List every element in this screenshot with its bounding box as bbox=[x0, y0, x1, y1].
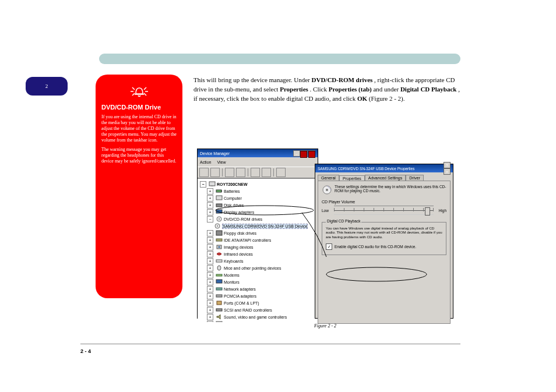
help-button[interactable]: ? bbox=[444, 162, 451, 168]
step-badge: 2 bbox=[26, 77, 68, 96]
expand-icon[interactable]: + bbox=[207, 237, 213, 243]
cd-icon bbox=[322, 185, 332, 195]
tab-general[interactable]: General bbox=[318, 175, 339, 181]
body-t4: and under bbox=[373, 86, 400, 93]
svg-point-10 bbox=[217, 225, 218, 227]
expand-icon[interactable]: + bbox=[207, 230, 213, 236]
view-icon[interactable] bbox=[225, 168, 234, 177]
svg-rect-5 bbox=[216, 204, 222, 207]
expand-icon[interactable]: + bbox=[207, 209, 213, 216]
device-tree[interactable]: −ROYT200CNEW +Batteries +Computer +Disk … bbox=[198, 178, 318, 322]
properties-icon[interactable] bbox=[236, 168, 245, 177]
tree-node[interactable]: Sound, video and game controllers bbox=[224, 315, 287, 319]
scan-icon[interactable] bbox=[276, 168, 286, 177]
warning-para2: The warning message you may get regardin… bbox=[101, 147, 177, 164]
tree-node[interactable]: Ports (COM & LPT) bbox=[224, 301, 259, 305]
warning-para1: If you are using the internal CD drive i… bbox=[101, 114, 177, 143]
computer-icon bbox=[216, 195, 223, 201]
expand-icon[interactable]: + bbox=[207, 307, 213, 313]
tree-node[interactable]: Modems bbox=[224, 273, 240, 277]
tree-node[interactable]: PCMCIA adapters bbox=[224, 294, 256, 298]
expand-icon[interactable]: + bbox=[207, 202, 213, 209]
tree-node[interactable]: Imaging devices bbox=[224, 245, 254, 249]
svg-rect-6 bbox=[216, 210, 222, 213]
expand-icon[interactable]: + bbox=[207, 272, 213, 278]
properties-window: SAMSUNG CDRW/DVD SN-324F USB Device Prop… bbox=[315, 164, 453, 319]
tab-body: These settings determine the way in whic… bbox=[318, 181, 451, 324]
tree-node[interactable]: SCSI and RAID controllers bbox=[224, 308, 272, 312]
enable-digital-checkbox-row[interactable]: ✓ Enable digital CD audio for this CD-RO… bbox=[326, 243, 442, 250]
expand-icon[interactable]: + bbox=[207, 314, 213, 320]
description-text: These settings determine the way in whic… bbox=[335, 185, 446, 193]
remove-icon[interactable] bbox=[262, 168, 271, 177]
menu-view[interactable]: View bbox=[217, 160, 226, 164]
expand-icon[interactable]: + bbox=[207, 321, 213, 323]
body-b1: DVD/CD-ROM drives bbox=[312, 76, 373, 83]
tray-icons bbox=[300, 151, 315, 158]
toolbar-sep bbox=[248, 168, 248, 176]
body-t3: . Click bbox=[310, 86, 329, 93]
expand-icon[interactable]: + bbox=[207, 244, 213, 250]
figure-caption: Figure 2 - 2 bbox=[197, 323, 453, 329]
forward-icon[interactable] bbox=[210, 168, 220, 177]
computer-icon bbox=[209, 181, 216, 187]
disk-icon bbox=[216, 202, 223, 208]
expand-icon[interactable]: + bbox=[207, 300, 213, 306]
toolbar-sep bbox=[273, 168, 274, 176]
svg-rect-23 bbox=[216, 322, 222, 322]
tab-strip: General Properties Advanced Settings Dri… bbox=[318, 175, 451, 181]
tree-node[interactable]: IDE ATA/ATAPI controllers bbox=[224, 238, 271, 242]
tree-root[interactable]: ROYT200CNEW bbox=[217, 182, 248, 186]
close-button[interactable]: × bbox=[444, 168, 451, 175]
minimize-button[interactable]: _ bbox=[293, 150, 300, 157]
svg-point-25 bbox=[326, 189, 328, 191]
tab-advanced[interactable]: Advanced Settings bbox=[365, 175, 406, 181]
tree-node[interactable]: System devices bbox=[224, 322, 252, 323]
window-title: SAMSUNG CDRW/DVD SN-324F USB Device Prop… bbox=[318, 167, 414, 171]
expand-icon[interactable]: + bbox=[207, 195, 213, 202]
tree-node[interactable]: Batteries bbox=[224, 189, 240, 193]
tree-node[interactable]: Infrared devices bbox=[224, 252, 253, 256]
svg-rect-19 bbox=[216, 288, 222, 290]
sound-icon bbox=[216, 314, 223, 320]
svg-rect-21 bbox=[217, 301, 221, 305]
tree-node[interactable]: Mice and other pointing devices bbox=[224, 266, 281, 270]
tree-node[interactable]: Monitors bbox=[224, 280, 240, 284]
expand-icon[interactable]: + bbox=[207, 279, 213, 285]
menu-action[interactable]: Action bbox=[200, 160, 211, 164]
expand-icon[interactable]: + bbox=[207, 265, 213, 271]
footer-rule bbox=[80, 344, 460, 344]
svg-rect-17 bbox=[216, 274, 222, 276]
tree-node[interactable]: Computer bbox=[224, 196, 242, 200]
svg-rect-1 bbox=[211, 186, 213, 186]
expand-icon[interactable]: + bbox=[207, 286, 213, 292]
collapse-icon[interactable]: − bbox=[207, 216, 213, 223]
menu-bar[interactable]: Action View bbox=[198, 157, 318, 167]
pcmcia-icon bbox=[216, 293, 223, 299]
system-icon bbox=[216, 321, 223, 322]
slider-thumb[interactable] bbox=[425, 207, 430, 216]
tree-node-selected[interactable]: SAMSUNG CDRW/DVD SN-324F USB Device bbox=[222, 224, 308, 229]
expand-icon[interactable]: + bbox=[207, 251, 213, 257]
digital-playback-group: Digital CD Playback You can have Windows… bbox=[322, 222, 446, 255]
collapse-icon[interactable]: − bbox=[200, 181, 206, 188]
expand-icon[interactable]: + bbox=[207, 258, 213, 264]
tab-driver[interactable]: Driver bbox=[406, 175, 424, 181]
refresh-icon[interactable] bbox=[251, 168, 260, 177]
checkbox-icon[interactable]: ✓ bbox=[326, 243, 332, 250]
description-row: These settings determine the way in whic… bbox=[322, 185, 446, 195]
tree-node[interactable]: Network adapters bbox=[224, 287, 256, 291]
svg-rect-11 bbox=[216, 231, 222, 235]
tree-node[interactable]: Floppy disk drives bbox=[224, 231, 256, 235]
tree-node[interactable]: DVD/CD-ROM drives bbox=[224, 217, 262, 221]
tree-node[interactable]: Disk drives bbox=[224, 203, 244, 207]
expand-icon[interactable]: + bbox=[207, 188, 213, 195]
svg-rect-15 bbox=[216, 260, 222, 262]
svg-rect-20 bbox=[216, 295, 222, 297]
tree-node[interactable]: Keyboards bbox=[224, 259, 243, 263]
back-icon[interactable] bbox=[199, 168, 209, 177]
tree-node[interactable]: Display adapters bbox=[224, 210, 254, 214]
expand-icon[interactable]: + bbox=[207, 293, 213, 299]
volume-slider[interactable] bbox=[334, 206, 434, 215]
network-icon bbox=[216, 286, 223, 292]
